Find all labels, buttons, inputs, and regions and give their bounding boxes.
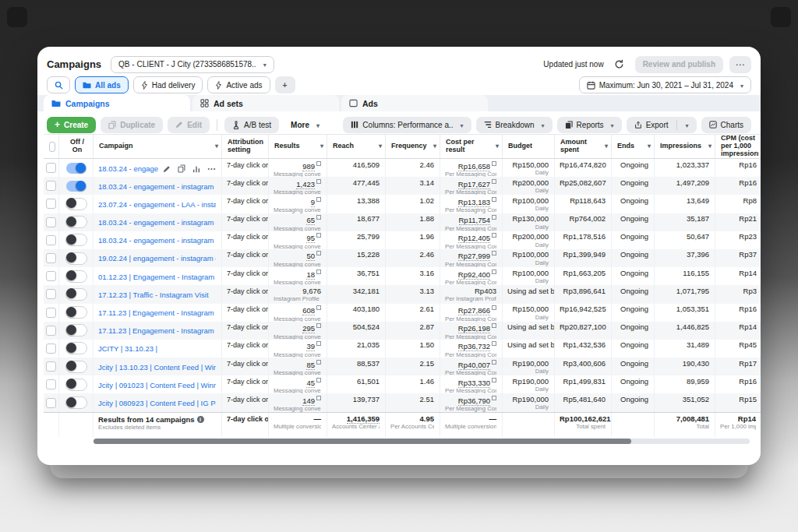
sort-caret-icon[interactable] bbox=[493, 143, 499, 150]
breakdown-button[interactable]: Breakdown bbox=[476, 117, 553, 133]
linked-value[interactable]: Rp92,400 bbox=[458, 270, 490, 280]
row-checkbox[interactable] bbox=[46, 289, 56, 299]
linked-value[interactable]: 45 bbox=[306, 379, 315, 388]
linked-value[interactable]: Rp12,405 bbox=[458, 234, 490, 243]
linked-value[interactable]: 18 bbox=[306, 270, 315, 280]
sort-caret-icon[interactable] bbox=[317, 143, 323, 150]
column-header-frequency[interactable]: Frequency bbox=[386, 135, 440, 158]
campaign-toggle[interactable] bbox=[65, 216, 87, 228]
row-checkbox[interactable] bbox=[46, 163, 56, 173]
linked-value[interactable]: 95 bbox=[306, 234, 315, 243]
linked-value[interactable]: Rp11,754 bbox=[459, 216, 491, 225]
sort-caret-icon[interactable] bbox=[705, 143, 711, 150]
campaign-name-link[interactable]: 23.07.24 - engagement - LAA - instagram … bbox=[98, 197, 216, 213]
more-options-button[interactable]: ⋯ bbox=[729, 56, 751, 73]
column-header-name[interactable]: Campaign bbox=[94, 135, 222, 158]
filter-all-ads[interactable]: All ads bbox=[75, 76, 129, 93]
linked-value[interactable]: 50 bbox=[306, 252, 315, 261]
sort-caret-icon[interactable] bbox=[644, 143, 651, 150]
campaign-name-link[interactable]: Jcity | 080923 | Content Feed | IG Place… bbox=[98, 396, 216, 411]
select-all-checkbox[interactable] bbox=[49, 142, 55, 152]
linked-value[interactable]: Rp36,790 bbox=[458, 396, 490, 406]
edit-button[interactable]: Edit bbox=[168, 117, 210, 133]
campaign-toggle[interactable] bbox=[65, 342, 87, 354]
row-checkbox[interactable] bbox=[46, 235, 56, 245]
linked-value[interactable]: 65 bbox=[306, 216, 315, 225]
row-checkbox[interactable] bbox=[46, 344, 56, 354]
scrollbar-thumb[interactable] bbox=[94, 439, 631, 444]
sort-caret-icon[interactable] bbox=[602, 143, 608, 150]
sort-caret-icon[interactable] bbox=[212, 143, 218, 150]
reports-button[interactable]: Reports bbox=[557, 117, 622, 133]
campaign-toggle[interactable] bbox=[65, 270, 87, 283]
account-selector[interactable]: QB - CLIENT - J City (2733586851578.. bbox=[111, 56, 274, 73]
refresh-button[interactable] bbox=[610, 56, 629, 73]
linked-value[interactable]: Rp16,658 bbox=[458, 162, 490, 171]
linked-value[interactable]: Rp40,007 bbox=[458, 361, 490, 370]
linked-value[interactable]: 9 bbox=[311, 198, 315, 207]
campaign-name-link[interactable]: 01.12.23 | Engagement - Instagram chat |… bbox=[98, 270, 216, 285]
row-checkbox[interactable] bbox=[46, 326, 56, 336]
linked-value[interactable]: Rp17,627 bbox=[458, 180, 490, 189]
campaign-toggle[interactable] bbox=[65, 361, 87, 373]
linked-value[interactable]: 149 bbox=[302, 396, 315, 406]
campaign-toggle[interactable] bbox=[65, 379, 87, 391]
linked-value[interactable]: 608 bbox=[302, 306, 315, 315]
chart-icon[interactable] bbox=[192, 165, 200, 173]
horizontal-scrollbar[interactable] bbox=[94, 439, 750, 444]
linked-value[interactable]: 85 bbox=[306, 361, 315, 370]
row-checkbox[interactable] bbox=[46, 217, 56, 227]
tab-ads[interactable]: Ads bbox=[341, 95, 488, 111]
campaign-toggle[interactable] bbox=[66, 181, 87, 192]
filter-had-delivery[interactable]: Had delivery bbox=[133, 76, 203, 93]
column-header-reach[interactable]: Reach bbox=[327, 135, 386, 158]
campaign-name-link[interactable]: 18.03.24 - engagem.. bbox=[98, 161, 158, 177]
row-checkbox[interactable] bbox=[46, 181, 56, 191]
campaign-name-link[interactable]: Jcity | 13.10.23 | Content Feed | Winnin… bbox=[98, 360, 216, 375]
columns-button[interactable]: Columns: Performance a.. bbox=[343, 117, 471, 133]
campaign-name-link[interactable]: 17.12.23 | Traffic - Instagram Visit bbox=[98, 287, 209, 303]
campaign-toggle[interactable] bbox=[65, 198, 87, 210]
tab-campaigns[interactable]: Campaigns bbox=[44, 95, 190, 111]
campaign-name-link[interactable]: 18.03.24 - engagement - instagram chat -… bbox=[98, 179, 216, 195]
row-checkbox[interactable] bbox=[46, 271, 56, 281]
row-checkbox[interactable] bbox=[46, 199, 56, 209]
campaign-toggle[interactable] bbox=[65, 306, 87, 319]
column-header-spent[interactable]: Amount spent bbox=[555, 135, 612, 158]
campaign-toggle[interactable] bbox=[65, 324, 87, 336]
date-range-selector[interactable]: Maximum: Jun 30, 2021 – Jul 31, 2024 bbox=[579, 76, 751, 93]
campaign-toggle[interactable] bbox=[65, 288, 87, 301]
linked-value[interactable]: 989 bbox=[302, 162, 315, 171]
linked-value[interactable]: 1,416,359 bbox=[347, 414, 380, 424]
sort-caret-icon[interactable] bbox=[430, 143, 436, 150]
edit-icon[interactable] bbox=[163, 165, 171, 173]
export-button[interactable]: Export bbox=[627, 117, 697, 133]
linked-value[interactable]: Rp26,198 bbox=[458, 324, 490, 333]
row-checkbox[interactable] bbox=[46, 253, 56, 263]
linked-value[interactable]: 295 bbox=[302, 324, 315, 333]
add-filter-button[interactable]: + bbox=[275, 76, 295, 93]
row-checkbox[interactable] bbox=[46, 308, 56, 318]
search-button[interactable] bbox=[47, 76, 70, 93]
linked-value[interactable]: Rp27,999 bbox=[458, 252, 490, 261]
column-header-impressions[interactable]: Impressions bbox=[655, 135, 715, 158]
campaign-toggle[interactable] bbox=[65, 234, 87, 246]
linked-value[interactable]: Rp13,183 bbox=[458, 198, 490, 207]
linked-value[interactable]: 1,423 bbox=[296, 180, 315, 189]
column-header-cost[interactable]: Cost per result bbox=[440, 135, 503, 158]
ab-test-button[interactable]: A/B test bbox=[224, 117, 279, 133]
campaign-name-link[interactable]: Jcity | 091023 | Content Feed | Winning … bbox=[98, 378, 216, 393]
row-checkbox[interactable] bbox=[46, 398, 56, 408]
column-header-ends[interactable]: Ends bbox=[612, 135, 655, 158]
tab-ad-sets[interactable]: Ad sets bbox=[192, 95, 339, 111]
charts-button[interactable]: Charts bbox=[701, 117, 751, 133]
create-button[interactable]: + Create bbox=[47, 117, 96, 133]
linked-value[interactable]: 39 bbox=[306, 342, 315, 351]
linked-value[interactable]: Rp27,866 bbox=[458, 306, 490, 315]
campaign-name-link[interactable]: JCITY | 31.10.23 | bbox=[98, 341, 157, 357]
campaign-toggle[interactable] bbox=[65, 252, 87, 265]
campaign-name-link[interactable]: 18.03.24 - engagement - instagram chat -… bbox=[98, 233, 216, 248]
campaign-name-link[interactable]: 17.11.23 | Engagement - Instagram Chat |… bbox=[98, 305, 216, 321]
more-button[interactable]: More bbox=[284, 117, 327, 133]
linked-value[interactable]: Rp36,732 bbox=[458, 342, 490, 351]
